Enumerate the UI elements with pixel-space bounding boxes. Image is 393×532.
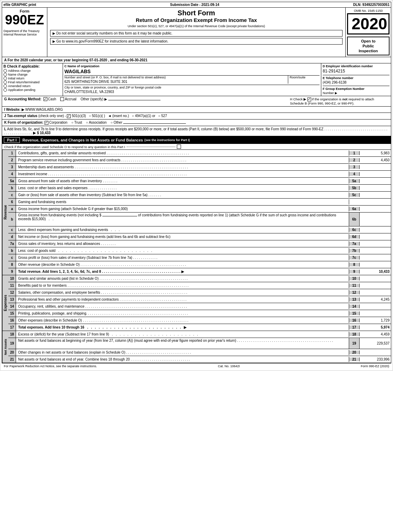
ssn-note: ▶ Do not enter social security numbers o…: [50, 30, 343, 37]
line9-num: 9: [8, 268, 16, 275]
line16-desc: Other expenses (describe in Schedule O) …: [16, 318, 349, 323]
line2-num: 2: [8, 157, 16, 163]
line21-desc: Net assets or fund balances at end of ye…: [16, 357, 349, 362]
check-address-change: Address change: [3, 69, 61, 72]
submission-date: Submission Date - 2021-09-14: [170, 3, 219, 7]
part1-check-box[interactable]: [177, 145, 181, 149]
line14-ref: 14: [349, 304, 360, 308]
line19-ref: 19: [349, 338, 360, 349]
line7c-desc: Gross profit or (loss) from sales of inv…: [16, 255, 349, 260]
line7a-ref: 7a: [349, 242, 360, 246]
radio-final-return[interactable]: [3, 80, 7, 84]
address-change-label: Address change: [8, 69, 31, 72]
tax-year: 2020: [347, 13, 390, 34]
line2-ref: 2: [349, 158, 360, 162]
line20-ref: 20: [349, 350, 360, 354]
line15-ref: 15: [349, 311, 360, 315]
line7c-ref: 7c: [349, 256, 360, 260]
line17-amount: 5,974: [360, 325, 391, 330]
application-pending-label: Application pending: [8, 88, 36, 92]
line6-desc: Gaming and fundraising events: [16, 199, 349, 205]
line9-ref: 9: [349, 270, 360, 273]
phone-value: (434) 296-6138: [323, 80, 390, 84]
cash-label: Cash: [48, 97, 56, 101]
line11-desc: Benefits paid to or for members . . . . …: [16, 283, 349, 288]
tax-year-row: A For the 2020 calendar year, or tax yea…: [4, 58, 147, 62]
radio-application-pending[interactable]: [3, 88, 7, 92]
accrual-option[interactable]: Accrual: [60, 97, 76, 101]
line6-num: 6: [8, 199, 16, 205]
radio-address-change[interactable]: [3, 69, 7, 72]
line3-desc: Membership dues and assessments . . . . …: [16, 164, 349, 170]
radio-name-change[interactable]: [3, 73, 7, 76]
line7b-num: b: [8, 247, 16, 254]
section-j-text: (check only one) - ✓ 501(c)(3) ○ 501(c)(…: [38, 114, 167, 118]
omb-number: OMB No. 1545-1150: [354, 9, 383, 13]
line14-desc: Occupancy, rent, utilities, and maintena…: [16, 304, 349, 309]
street-value: 625 WORTHINGTON DRIVE SUITE 301: [64, 80, 286, 84]
line3-amount: [360, 167, 391, 168]
section-d-label: D Employer identification number: [323, 64, 390, 68]
part1-label: Part I: [4, 137, 20, 143]
line6c-ref: 6c: [349, 228, 360, 232]
name-change-label: Name change: [8, 73, 27, 76]
line7a-num: 7a: [8, 240, 16, 247]
line11-ref: 11: [349, 284, 360, 287]
room-label: Room/suite: [290, 76, 320, 79]
line3-ref: 3: [349, 165, 360, 169]
line14-num: 14: [8, 303, 16, 310]
section-b-label: B Check if applicable:: [3, 64, 61, 68]
line7a-desc: Gross sales of inventory, less returns a…: [16, 241, 349, 246]
line8-ref: 8: [349, 263, 360, 267]
line4-amount: [360, 174, 391, 175]
line6c-desc: Less: direct expenses from gaming and fu…: [16, 227, 349, 232]
line21-num: 21: [8, 356, 16, 363]
line19-num: 19: [8, 338, 16, 349]
line7b-ref: 7b: [349, 249, 360, 253]
section-l-label: L: [4, 127, 6, 131]
line10-ref: 10: [349, 277, 360, 280]
line12-ref: 12: [349, 291, 360, 294]
section-k-options: ✓ Corporation ○ Trust ○ Association ○ Ot…: [45, 121, 186, 124]
line6b-num: b: [8, 213, 16, 226]
line8-num: 8: [8, 261, 16, 268]
line6a-num: a: [8, 206, 16, 212]
line18-amount: 4,459: [360, 332, 391, 337]
check-amended-return: Amended return: [3, 84, 61, 88]
line10-num: 10: [8, 275, 16, 282]
line4-ref: 4: [349, 172, 360, 176]
section-h-text: H Check ▶ ✓ if the organization is not r…: [290, 97, 374, 105]
cash-option[interactable]: ✓ Cash: [44, 97, 56, 101]
radio-initial-return[interactable]: [3, 77, 7, 80]
line6b-desc: Gross income from fundraising events (no…: [16, 213, 349, 226]
radio-amended-return[interactable]: [3, 84, 7, 88]
efile-label: efile GRAPHIC print: [3, 3, 36, 7]
initial-return-label: Initial return: [8, 77, 24, 80]
line19-desc: Net assets or fund balances at beginning…: [16, 338, 349, 349]
line18-num: 18: [8, 331, 16, 338]
line17-num: 17: [8, 324, 16, 331]
f-arrow: ▶: [335, 91, 337, 95]
line7c-num: c: [8, 254, 16, 261]
line5c-desc: Gain or (loss) from sale of assets other…: [16, 192, 349, 198]
short-form-title: Short Form: [50, 9, 343, 17]
netassets-side-label: Net Assets: [2, 331, 8, 363]
revenue-side-label: Revenue: [2, 150, 8, 275]
check-name-change: Name change: [3, 73, 61, 76]
line13-amount: 4,245: [360, 297, 391, 302]
expenses-side-label: Expenses: [2, 275, 8, 331]
line5b-num: b: [8, 185, 16, 191]
line6b-ref: 6b: [349, 213, 360, 226]
part1-title: Revenue, Expenses, and Changes in Net As…: [23, 138, 143, 142]
paperwork-notice: For Paperwork Reduction Act Notice, see …: [4, 364, 97, 368]
section-f-label: F Group Exemption Number: [323, 87, 390, 91]
line7b-desc: Less: cost of goods sold . . . . . . . .…: [16, 248, 349, 253]
street-label: Number and street (or P. O. box, if mail…: [64, 76, 286, 79]
line2-desc: Program service revenue including govern…: [16, 157, 349, 163]
line5c-num: c: [8, 192, 16, 198]
line6d-ref: 6d: [349, 235, 360, 239]
other-specify: Other (specify) ▶: [81, 97, 160, 101]
line9-amount: 10,433: [360, 269, 391, 274]
section-c-label: C Name of organization: [64, 64, 320, 68]
line5a-desc: Gross amount from sale of assets other t…: [16, 178, 349, 184]
